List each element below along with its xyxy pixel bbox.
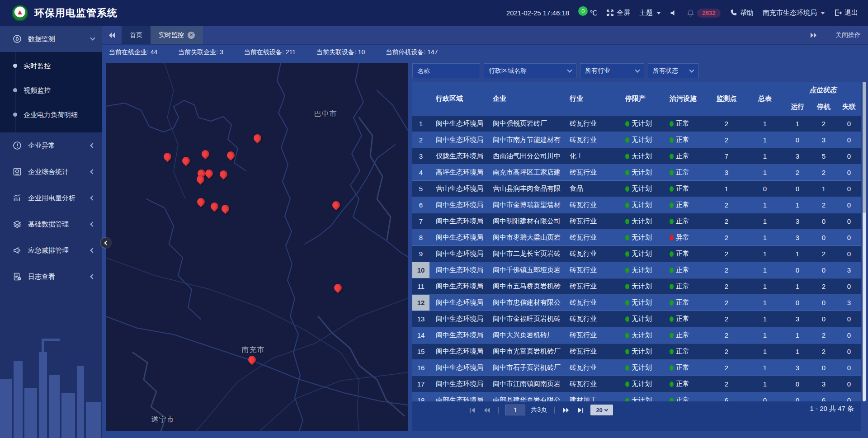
table-row[interactable]: 4高坪生态环境局南充市高坪区王家店建砖瓦行业无计划正常31220	[412, 165, 861, 181]
sidebar: 数据监测实时监控视频监控企业电力负荷明细企业异常企业综合统计企业用电量分析基础数…	[0, 26, 102, 438]
table-row[interactable]: 3仪陇生态环境局西南油气田分公司川中化工无计划正常71350	[412, 148, 861, 165]
notification-count-badge: 2632	[697, 9, 721, 18]
table-row[interactable]: 14阆中生态环境局阆中大兴页岩机砖厂砖瓦行业无计划正常21120	[412, 327, 861, 344]
bell-icon	[687, 9, 694, 17]
help-button[interactable]: 帮助	[730, 9, 754, 17]
tab-home[interactable]: 首页	[122, 26, 151, 44]
cell-facility-label: 正常	[676, 201, 689, 209]
chevron-down-icon	[821, 12, 825, 14]
logout-label: 退出	[844, 9, 858, 17]
cell-points: 2	[708, 132, 745, 148]
sidebar-group-3[interactable]: 企业综合统计	[0, 159, 102, 185]
header-stop: 停机	[811, 103, 837, 111]
logout-button[interactable]: 退出	[834, 9, 858, 17]
tab-realtime-monitor[interactable]: 实时监控 ✕	[151, 26, 203, 44]
cell-limit-label: 无计划	[632, 152, 652, 160]
last-page-button[interactable]	[576, 406, 585, 414]
fullscreen-button[interactable]: 全屏	[606, 9, 630, 17]
map-pin-icon[interactable]	[162, 151, 173, 162]
table-row[interactable]: 6阆中生态环境局阆中市金博瑞新型墙材砖瓦行业无计划正常21120	[412, 197, 861, 213]
cell-industry: 砖瓦行业	[566, 344, 618, 359]
table-row[interactable]: 17阆中生态环境局阆中市江南镇阆南页岩砖瓦行业无计划正常21030	[412, 376, 861, 392]
map-pin-icon[interactable]	[195, 196, 206, 207]
page-size-select[interactable]: 20	[590, 405, 613, 415]
map-pin-icon[interactable]	[220, 203, 231, 214]
status-dot-green	[670, 121, 674, 127]
page-number-input[interactable]: 1	[505, 405, 525, 415]
table-row[interactable]: 9阆中生态环境局阆中市二龙长宝页岩砖砖瓦行业无计划正常21120	[412, 246, 861, 262]
sidebar-group-2[interactable]: 企业异常	[0, 132, 102, 159]
close-operations-button[interactable]: 关闭操作	[835, 31, 861, 39]
table-row[interactable]: 13阆中生态环境局阆中市金福旺页岩机砖砖瓦行业无计划正常21300	[412, 311, 861, 327]
sidebar-item-1[interactable]: 实时监控	[0, 54, 102, 78]
sidebar-group-4[interactable]: 企业用电量分析	[0, 185, 102, 211]
cell-limit-label: 无计划	[632, 201, 652, 209]
table-row[interactable]: 2阆中生态环境局阆中市南方节能建材有砖瓦行业无计划正常21030	[412, 132, 861, 148]
sidebar-group-6[interactable]: 应急减排管理	[0, 237, 102, 264]
cell-index: 18	[412, 392, 429, 401]
cell-index: 8	[412, 230, 429, 245]
region-select[interactable]: 行政区域名称	[484, 63, 576, 78]
speaker-icon	[670, 9, 678, 17]
table-scrollbar[interactable]	[863, 82, 866, 401]
close-tab-icon[interactable]: ✕	[188, 32, 195, 39]
table-row[interactable]: 10阆中生态环境局阆中千佛镇五郎垭页岩砖瓦行业无计划正常21003	[412, 262, 861, 278]
next-page-button[interactable]	[561, 406, 571, 414]
status-select[interactable]: 所有状态	[648, 63, 698, 78]
table-row[interactable]: 18南部生态环境局南部县建华页岩有限公建材加工无计划正常60060	[412, 392, 861, 401]
first-page-button[interactable]	[467, 406, 476, 414]
status-dot-green	[670, 203, 674, 208]
table-row[interactable]: 12阆中生态环境局阆中市忠信建材有限公砖瓦行业无计划正常21003	[412, 295, 861, 311]
cell-limit-label: 无计划	[632, 380, 652, 388]
table-row[interactable]: 16阆中生态环境局阆中市石子页岩机砖厂砖瓦行业无计划正常21300	[412, 360, 861, 376]
table-row[interactable]: 5营山生态环境局营山县润丰肉食品有限食品无计划正常10010	[412, 181, 861, 197]
sidebar-group-label: 应急减排管理	[28, 246, 69, 255]
table-row[interactable]: 15阆中生态环境局阆中市光富页岩机砖厂砖瓦行业无计划正常21120	[412, 344, 861, 360]
cell-limit-label: 无计划	[632, 184, 652, 193]
map-pin-icon[interactable]	[218, 169, 229, 179]
map-city-label: 巴中市	[314, 109, 337, 119]
sidebar-group-1[interactable]: 数据监测	[0, 26, 102, 52]
cell-points: 2	[708, 246, 745, 262]
table-row[interactable]: 1阆中生态环境局阆中强锐页岩砖厂砖瓦行业无计划正常21120	[412, 116, 861, 132]
mute-button[interactable]	[670, 9, 678, 17]
cell-facility: 异常	[662, 230, 708, 245]
cell-industry: 食品	[566, 181, 618, 197]
cell-facility: 正常	[662, 116, 708, 132]
tabs-scroll-right-button[interactable]	[804, 32, 824, 38]
notifications[interactable]: 2632	[687, 9, 721, 18]
table-row[interactable]: 8阆中生态环境局阆中市枣碧大梁山页岩砖瓦行业无计划异常21300	[412, 230, 861, 246]
map-pin-icon[interactable]	[180, 155, 191, 166]
sidebar-item-2[interactable]: 视频监控	[0, 78, 102, 103]
sidebar-group-5[interactable]: 基础数据管理	[0, 211, 102, 237]
map-pin-icon[interactable]	[252, 132, 263, 143]
sidebar-item-3[interactable]: 企业电力负荷明细	[0, 103, 102, 127]
sidebar-group-7[interactable]: 日志查看	[0, 264, 102, 290]
sidebar-collapse-button[interactable]	[101, 238, 111, 248]
cell-region: 阆中生态环境局	[429, 344, 489, 359]
last-page-icon	[577, 407, 584, 413]
prev-page-button[interactable]	[482, 406, 491, 414]
status-dot-green	[625, 349, 629, 354]
map-pin-icon[interactable]	[330, 199, 341, 210]
cell-facility-label: 正常	[676, 119, 689, 128]
map-pin-icon[interactable]	[209, 201, 220, 212]
tabs-scroll-left-button[interactable]	[102, 26, 122, 44]
org-dropdown[interactable]: 南充市生态环境局	[763, 9, 825, 17]
industry-select[interactable]: 所有行业	[580, 63, 644, 78]
fullscreen-label: 全屏	[617, 9, 630, 17]
scrollbar-thumb[interactable]	[863, 82, 866, 213]
name-search-input[interactable]	[412, 63, 480, 78]
theme-dropdown[interactable]: 主题	[639, 9, 661, 17]
table-row[interactable]: 11阆中生态环境局阆中市五马桥页岩机砖砖瓦行业无计划正常21120	[412, 278, 861, 295]
map-pin-icon[interactable]	[225, 150, 236, 160]
map-pin-icon[interactable]	[203, 168, 214, 179]
map-pin-icon[interactable]	[246, 354, 257, 365]
table-row[interactable]: 7阆中生态环境局阆中明阳建材有限公司砖瓦行业无计划正常21300	[412, 213, 861, 230]
map-pin-icon[interactable]	[200, 148, 211, 159]
cell-facility: 正常	[662, 181, 708, 197]
cell-stop: 0	[811, 295, 837, 311]
map-panel[interactable]: 巴中市南充市遂宁市	[106, 63, 408, 431]
cell-limit: 无计划	[618, 344, 662, 359]
map-pin-icon[interactable]	[332, 282, 343, 293]
